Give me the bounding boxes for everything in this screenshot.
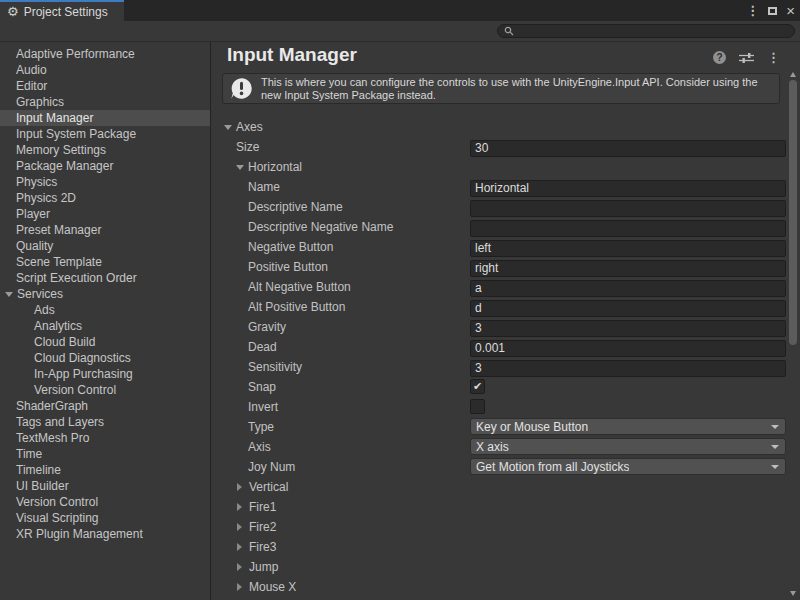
sensitivity-field-wrap [470, 358, 786, 375]
snap-row: Snap✔ [211, 377, 787, 397]
sensitivity-field[interactable] [470, 360, 786, 377]
sidebar-item-physics-2d[interactable]: Physics 2D [0, 190, 210, 206]
mouse-x-label[interactable]: Mouse X [249, 580, 296, 594]
sidebar-item-label: ShaderGraph [16, 399, 88, 413]
sidebar-item-input-system-package[interactable]: Input System Package [0, 126, 210, 142]
sidebar-item-physics[interactable]: Physics [0, 174, 210, 190]
scrollbar-down-arrow-icon[interactable] [790, 591, 796, 596]
vertical-scrollbar[interactable] [787, 68, 800, 600]
jump-label[interactable]: Jump [249, 560, 278, 574]
sidebar-item-script-execution-order[interactable]: Script Execution Order [0, 270, 210, 286]
tab-bar: ⚙ Project Settings ⋮ × [0, 0, 800, 21]
sidebar-item-version-control[interactable]: Version Control [0, 494, 210, 510]
axes-foldout-triangle-icon[interactable] [224, 125, 232, 130]
type-dropdown[interactable]: Key or Mouse Button [470, 418, 786, 435]
sidebar-item-quality[interactable]: Quality [0, 238, 210, 254]
sidebar-item-memory-settings[interactable]: Memory Settings [0, 142, 210, 158]
sidebar-item-cloud-diagnostics[interactable]: Cloud Diagnostics [0, 350, 210, 366]
chevron-down-icon [771, 425, 779, 429]
scrollbar-thumb[interactable] [789, 80, 797, 345]
sidebar-item-graphics[interactable]: Graphics [0, 94, 210, 110]
sidebar-item-label: Input Manager [16, 111, 93, 125]
sidebar-item-player[interactable]: Player [0, 206, 210, 222]
tab-project-settings[interactable]: ⚙ Project Settings [0, 0, 124, 21]
vertical-foldout-triangle-icon[interactable] [237, 483, 242, 491]
gravity-field[interactable] [470, 320, 786, 337]
gravity-field-wrap [470, 318, 786, 335]
sidebar-item-editor[interactable]: Editor [0, 78, 210, 94]
vertical-label[interactable]: Vertical [249, 480, 288, 494]
alt-positive-button-field[interactable] [470, 300, 786, 317]
sidebar-item-timeline[interactable]: Timeline [0, 462, 210, 478]
sidebar-item-analytics[interactable]: Analytics [0, 318, 210, 334]
sidebar-item-ui-builder[interactable]: UI Builder [0, 478, 210, 494]
negative-button-label: Negative Button [248, 240, 333, 254]
dead-label: Dead [248, 340, 277, 354]
sidebar-item-preset-manager[interactable]: Preset Manager [0, 222, 210, 238]
fire1-label[interactable]: Fire1 [249, 500, 276, 514]
settings-sidebar: Adaptive PerformanceAudioEditorGraphicsI… [0, 42, 211, 600]
services-foldout-triangle-icon[interactable] [5, 292, 13, 297]
name-field[interactable] [470, 180, 786, 197]
descriptive-negative-name-field[interactable] [470, 220, 786, 237]
negative-button-field[interactable] [470, 240, 786, 257]
sidebar-item-xr-plugin-management[interactable]: XR Plugin Management [0, 526, 210, 542]
sidebar-item-services[interactable]: Services [0, 286, 210, 302]
sidebar-item-cloud-build[interactable]: Cloud Build [0, 334, 210, 350]
sidebar-item-tags-and-layers[interactable]: Tags and Layers [0, 414, 210, 430]
horizontal-foldout-triangle-icon[interactable] [236, 165, 244, 170]
descriptive-name-field[interactable] [470, 200, 786, 217]
sidebar-item-label: Ads [34, 303, 55, 317]
sidebar-item-textmesh-pro[interactable]: TextMesh Pro [0, 430, 210, 446]
mouse-x-foldout-triangle-icon[interactable] [237, 583, 242, 591]
sidebar-item-label: Physics [16, 175, 57, 189]
fire3-foldout-triangle-icon[interactable] [237, 543, 242, 551]
window-menu-icon[interactable]: ⋮ [746, 3, 759, 18]
positive-button-field-wrap [470, 258, 786, 275]
fire3-label[interactable]: Fire3 [249, 540, 276, 554]
fire1-foldout-triangle-icon[interactable] [237, 503, 242, 511]
sensitivity-row: Sensitivity [211, 357, 787, 377]
joy-num-dropdown-wrap: Get Motion from all Joysticks [470, 458, 786, 475]
jump-foldout-triangle-icon[interactable] [237, 563, 242, 571]
positive-button-field[interactable] [470, 260, 786, 277]
more-menu-icon[interactable]: ⋮ [767, 51, 780, 64]
horizontal-label[interactable]: Horizontal [248, 160, 302, 174]
sidebar-item-ads[interactable]: Ads [0, 302, 210, 318]
sidebar-item-visual-scripting[interactable]: Visual Scripting [0, 510, 210, 526]
joy-num-dropdown[interactable]: Get Motion from all Joysticks [470, 458, 786, 475]
sidebar-item-time[interactable]: Time [0, 446, 210, 462]
invert-label: Invert [248, 400, 278, 414]
search-field[interactable] [497, 24, 795, 38]
axes-label[interactable]: Axes [236, 120, 263, 134]
fire2-foldout-triangle-icon[interactable] [237, 523, 242, 531]
size-field[interactable] [470, 140, 786, 157]
sidebar-item-input-manager[interactable]: Input Manager [0, 110, 210, 126]
alt-negative-button-field[interactable] [470, 280, 786, 297]
help-icon[interactable]: ? [713, 51, 726, 64]
dead-field[interactable] [470, 340, 786, 357]
chevron-down-icon [771, 445, 779, 449]
sidebar-item-label: Tags and Layers [16, 415, 104, 429]
sidebar-item-package-manager[interactable]: Package Manager [0, 158, 210, 174]
maximize-icon[interactable] [768, 7, 777, 15]
sidebar-item-shadergraph[interactable]: ShaderGraph [0, 398, 210, 414]
sidebar-item-in-app-purchasing[interactable]: In-App Purchasing [0, 366, 210, 382]
sidebar-item-label: Memory Settings [16, 143, 106, 157]
sidebar-item-label: Visual Scripting [16, 511, 99, 525]
presets-icon[interactable] [739, 52, 754, 64]
sidebar-item-version-control[interactable]: Version Control [0, 382, 210, 398]
axis-dropdown[interactable]: X axis [470, 438, 786, 455]
sidebar-item-adaptive-performance[interactable]: Adaptive Performance [0, 46, 210, 62]
fire2-label[interactable]: Fire2 [249, 520, 276, 534]
sidebar-item-label: Version Control [34, 383, 116, 397]
type-label: Type [248, 420, 274, 434]
sidebar-item-audio[interactable]: Audio [0, 62, 210, 78]
invert-checkbox[interactable] [470, 399, 485, 414]
name-row: Name [211, 177, 787, 197]
close-icon[interactable]: × [786, 3, 795, 18]
scrollbar-up-arrow-icon[interactable] [790, 72, 796, 77]
snap-checkbox[interactable]: ✔ [470, 379, 485, 394]
search-input[interactable] [518, 25, 788, 37]
sidebar-item-scene-template[interactable]: Scene Template [0, 254, 210, 270]
